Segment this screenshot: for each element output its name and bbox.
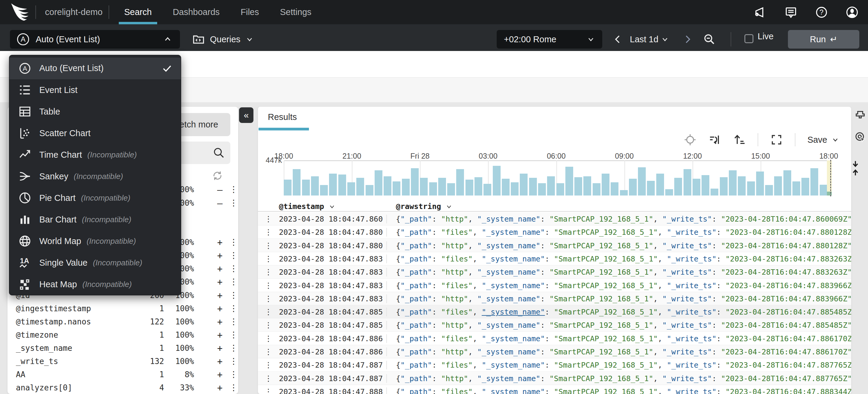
field-menu-button[interactable]: ⋮ (229, 343, 238, 353)
histogram-bar[interactable] (447, 183, 455, 196)
histogram-bar[interactable] (302, 179, 310, 196)
run-button[interactable]: Run ↵ (788, 30, 859, 48)
field-name[interactable]: @timestamp.nanos (16, 317, 91, 326)
histogram-bar[interactable] (647, 181, 655, 196)
histogram-bar[interactable] (593, 183, 600, 196)
nav-settings[interactable]: Settings (278, 0, 313, 24)
histogram-bar[interactable] (611, 182, 618, 196)
add-field-button[interactable]: + (214, 343, 225, 354)
field-row-timezone[interactable]: @timezone 1 100% + ⋮ (7, 328, 238, 341)
histogram-bar[interactable] (729, 170, 737, 196)
histogram-bar[interactable] (493, 166, 501, 196)
field-menu-button[interactable]: ⋮ (229, 356, 238, 366)
event-row[interactable]: ⋮ 2023-04-28 18:04:47.887 {"_path": "htt… (258, 372, 851, 385)
histogram-bar[interactable] (810, 168, 818, 196)
event-row[interactable]: ⋮ 2023-04-28 18:04:47.883 {"_path": "htt… (258, 265, 851, 278)
crosshair-icon[interactable] (684, 133, 696, 146)
field-menu-button[interactable]: ⋮ (229, 290, 238, 300)
histogram-bar[interactable] (783, 170, 791, 196)
field-menu-button[interactable]: ⋮ (229, 185, 238, 194)
view-option-world-map[interactable]: World Map (Incompatible) (9, 230, 181, 252)
add-field-button[interactable]: + (214, 317, 225, 327)
event-row[interactable]: ⋮ 2023-04-28 18:04:47.883 {"_path": "fil… (258, 279, 851, 292)
megaphone-icon[interactable] (753, 5, 767, 19)
view-option-sankey[interactable]: Sankey (Incompatible) (9, 166, 181, 187)
row-menu-button[interactable]: ⋮ (265, 254, 272, 263)
view-option-time-chart[interactable]: Time Chart (Incompatible) (9, 144, 181, 166)
row-menu-button[interactable]: ⋮ (265, 347, 272, 356)
event-row[interactable]: ⋮ 2023-04-28 18:04:47.883 {"_path": "fil… (258, 252, 851, 265)
histogram-bar[interactable] (692, 179, 700, 196)
histogram-bar[interactable] (347, 182, 355, 196)
histogram-bar[interactable] (402, 179, 410, 196)
tab-results[interactable]: Results (268, 112, 297, 122)
fullscreen-icon[interactable] (770, 133, 783, 146)
histogram-bar[interactable] (684, 169, 691, 196)
histogram-bar[interactable] (556, 183, 564, 196)
histogram-bar[interactable] (538, 183, 546, 196)
row-menu-button[interactable]: ⋮ (265, 215, 272, 223)
histogram-bar[interactable] (629, 179, 637, 196)
histogram-bar[interactable] (465, 179, 473, 196)
histogram-bar[interactable] (411, 168, 419, 196)
histogram-bar[interactable] (311, 176, 319, 196)
histogram-bar[interactable] (338, 174, 346, 196)
field-menu-button[interactable]: ⋮ (229, 198, 238, 208)
row-menu-button[interactable]: ⋮ (265, 267, 272, 276)
histogram-bar[interactable] (356, 178, 364, 196)
field-menu-button[interactable]: ⋮ (229, 277, 238, 287)
field-menu-button[interactable]: ⋮ (229, 250, 238, 260)
histogram-bar[interactable] (711, 189, 718, 196)
histogram-bar[interactable] (820, 185, 828, 196)
row-menu-button[interactable]: ⋮ (265, 294, 272, 303)
field-menu-button[interactable]: ⋮ (229, 264, 238, 273)
histogram-bar[interactable] (565, 167, 573, 196)
add-field-button[interactable]: + (214, 330, 225, 340)
queries-button[interactable]: Queries (192, 30, 254, 48)
field-row-analyzers-0[interactable]: analyzers[0] 4 33% + ⋮ (7, 381, 238, 394)
histogram-bar[interactable] (320, 185, 328, 196)
feedback-icon[interactable] (784, 5, 798, 19)
view-option-event-list[interactable]: Event List (9, 79, 181, 101)
field-row-ingesttimestamp[interactable]: @ingesttimestamp 1 100% + ⋮ (7, 302, 238, 315)
histogram-bar[interactable] (366, 185, 373, 196)
histogram-bar[interactable] (774, 176, 782, 196)
column-header-timestamp[interactable]: @timestamp (279, 202, 336, 211)
histogram-bar[interactable] (511, 182, 519, 196)
histogram-bar[interactable] (674, 178, 682, 196)
event-row[interactable]: ⋮ 2023-04-28 18:04:47.883 {"_path": "htt… (258, 292, 851, 305)
histogram-bar[interactable] (293, 169, 301, 196)
field-menu-button[interactable]: ⋮ (229, 369, 238, 379)
remove-field-button[interactable]: — (214, 185, 225, 195)
time-back-button[interactable] (611, 30, 624, 48)
timezone-select[interactable]: +02:00 Rome (497, 30, 602, 48)
histogram-bar[interactable] (801, 178, 809, 196)
histogram-bar[interactable] (656, 174, 664, 196)
column-header-rawstring[interactable]: @rawstring (396, 202, 453, 211)
field-menu-button[interactable]: ⋮ (229, 237, 238, 247)
histogram-bar[interactable] (420, 178, 428, 196)
histogram-bar[interactable] (456, 169, 464, 196)
event-row[interactable]: ⋮ 2023-04-28 18:04:47.888 {"_path": "fil… (258, 385, 851, 394)
event-row[interactable]: ⋮ 2023-04-28 18:04:47.860 {"_path": "htt… (258, 212, 851, 226)
row-menu-button[interactable]: ⋮ (265, 360, 272, 369)
field-name[interactable]: @ingesttimestamp (16, 304, 91, 313)
wrap-lines-icon[interactable] (708, 133, 721, 146)
row-menu-button[interactable]: ⋮ (265, 241, 272, 250)
histogram-bar[interactable] (720, 177, 727, 196)
row-menu-button[interactable]: ⋮ (265, 374, 272, 383)
add-field-button[interactable]: + (214, 237, 225, 248)
histogram-bar[interactable] (474, 177, 482, 196)
save-button[interactable]: Save (807, 135, 839, 145)
sort-ascending-icon[interactable] (733, 133, 746, 146)
field-menu-button[interactable]: ⋮ (229, 303, 238, 313)
time-range-button[interactable]: Last 1d (630, 30, 669, 48)
add-field-button[interactable]: + (214, 303, 225, 314)
histogram-bar[interactable] (547, 176, 555, 196)
remove-field-button[interactable]: — (214, 198, 225, 208)
histogram-bar[interactable] (665, 189, 673, 196)
live-checkbox[interactable] (744, 34, 753, 43)
event-row[interactable]: ⋮ 2023-04-28 18:04:47.886 {"_path": "htt… (258, 345, 851, 358)
histogram-bar[interactable] (438, 178, 446, 196)
histogram-bar[interactable] (484, 184, 491, 196)
